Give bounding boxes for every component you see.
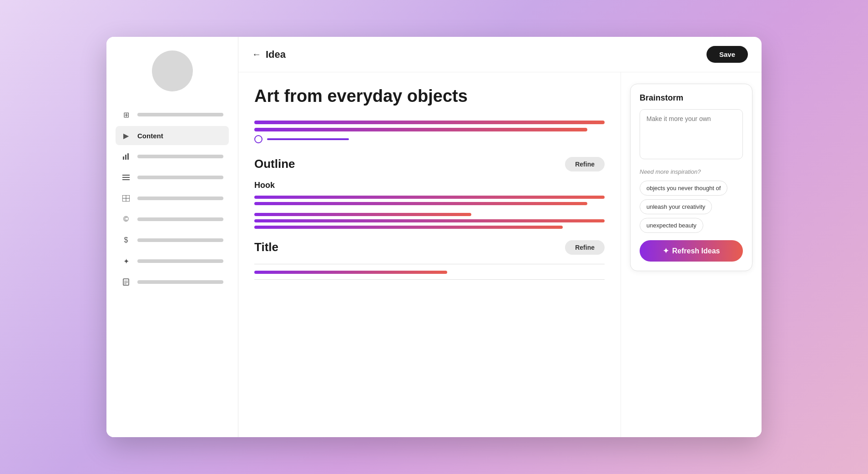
nav-bar-file xyxy=(137,280,223,284)
nav-bar-chart xyxy=(137,155,223,158)
sidebar: ⊞ ▶ Content xyxy=(106,37,238,437)
nav-bar-grid xyxy=(137,113,223,116)
title-section-title: Title xyxy=(254,240,278,254)
right-panel: Brainstorm Need more inspiration? object… xyxy=(621,72,762,437)
back-button[interactable]: ← xyxy=(252,49,261,60)
copyright-icon: © xyxy=(121,214,131,224)
grad-bar-2 xyxy=(254,128,587,131)
sidebar-item-file[interactable] xyxy=(116,272,229,292)
brainstorm-textarea[interactable] xyxy=(640,109,743,159)
svg-rect-2 xyxy=(127,153,129,160)
tag-pill-2[interactable]: unexpected beauty xyxy=(640,218,703,233)
chart-icon xyxy=(121,151,131,161)
tag-pill-1[interactable]: unleash your creativity xyxy=(640,199,712,214)
title-bar-short xyxy=(254,271,447,274)
editor-panel: Art from everyday objects Outline Refine xyxy=(238,72,621,437)
slider-thumb[interactable] xyxy=(254,135,262,143)
brainstorm-title: Brainstorm xyxy=(640,93,743,103)
nav-bar-dollar xyxy=(137,238,223,242)
breadcrumb: ← Idea xyxy=(252,49,286,61)
hook-label: Hook xyxy=(254,181,605,190)
dollar-icon: $ xyxy=(121,235,131,245)
title-divider-2 xyxy=(254,279,605,280)
hook-bar-1 xyxy=(254,196,605,199)
tag-pill-0[interactable]: objects you never thought of xyxy=(640,181,727,196)
tag-pills: objects you never thought of unleash you… xyxy=(640,181,743,233)
main-content: ← Idea Save Art from everyday objects xyxy=(238,37,762,437)
hook-bars xyxy=(254,196,605,229)
sidebar-item-dollar[interactable]: $ xyxy=(116,231,229,250)
outline-refine-button[interactable]: Refine xyxy=(565,157,605,171)
app-container: ⊞ ▶ Content xyxy=(106,37,762,437)
title-section-header: Title Refine xyxy=(254,240,605,255)
nav-bar-list xyxy=(137,176,223,179)
refresh-ideas-button[interactable]: ✦ Refresh Ideas xyxy=(640,240,743,262)
sidebar-item-content[interactable]: ▶ Content xyxy=(116,126,229,145)
sparkle-icon: ✦ xyxy=(663,247,669,255)
svg-rect-0 xyxy=(123,156,124,160)
sidebar-item-content-label: Content xyxy=(137,132,163,140)
sidebar-item-copyright[interactable]: © xyxy=(116,210,229,229)
svg-rect-1 xyxy=(125,155,126,160)
slider-row xyxy=(254,135,605,143)
content-icon: ▶ xyxy=(121,131,131,141)
avatar xyxy=(152,50,193,91)
nav-bar-magic xyxy=(137,259,223,263)
magic-icon: ✦ xyxy=(121,256,131,266)
file-icon xyxy=(121,277,131,287)
table-icon xyxy=(121,193,131,203)
sidebar-item-table[interactable] xyxy=(116,189,229,208)
sidebar-item-chart[interactable] xyxy=(116,147,229,166)
svg-rect-3 xyxy=(122,175,130,176)
hook-bar-3 xyxy=(254,213,471,216)
nav-bar-copyright xyxy=(137,217,223,221)
grid-icon: ⊞ xyxy=(121,110,131,120)
svg-rect-9 xyxy=(123,279,129,285)
nav-items: ⊞ ▶ Content xyxy=(116,105,229,292)
svg-rect-4 xyxy=(122,177,130,178)
refresh-label: Refresh Ideas xyxy=(672,247,720,255)
outline-title: Outline xyxy=(254,157,295,171)
sidebar-item-magic[interactable]: ✦ xyxy=(116,252,229,271)
sidebar-item-list[interactable] xyxy=(116,168,229,187)
hook-bar-5 xyxy=(254,226,563,229)
content-area: Art from everyday objects Outline Refine xyxy=(238,72,762,437)
save-button[interactable]: Save xyxy=(707,46,748,63)
hook-bar-2 xyxy=(254,202,587,205)
outline-section-header: Outline Refine xyxy=(254,157,605,171)
brainstorm-card: Brainstorm Need more inspiration? object… xyxy=(630,84,752,271)
top-bars-group xyxy=(254,121,605,143)
list-icon xyxy=(121,172,131,182)
title-refine-button[interactable]: Refine xyxy=(565,240,605,255)
article-title: Art from everyday objects xyxy=(254,86,605,107)
sidebar-item-grid[interactable]: ⊞ xyxy=(116,105,229,124)
slider-track[interactable] xyxy=(267,138,349,140)
nav-bar-table xyxy=(137,197,223,200)
top-bar: ← Idea Save xyxy=(238,37,762,72)
page-title: Idea xyxy=(266,49,286,61)
grad-bar-1 xyxy=(254,121,605,124)
hook-bar-4 xyxy=(254,219,605,222)
svg-rect-5 xyxy=(122,179,130,180)
inspiration-label: Need more inspiration? xyxy=(640,168,743,175)
title-divider-1 xyxy=(254,264,605,264)
